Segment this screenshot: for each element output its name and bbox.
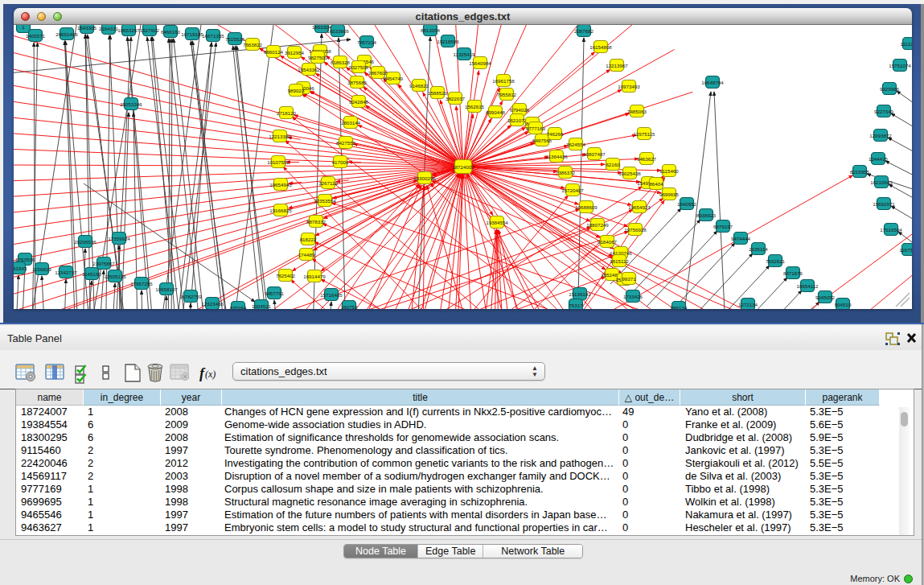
svg-text:7632621: 7632621 — [766, 258, 786, 264]
svg-text:160752: 160752 — [341, 304, 358, 310]
svg-text:9242848: 9242848 — [349, 99, 369, 105]
svg-text:9474444: 9474444 — [731, 236, 751, 241]
svg-text:8660124: 8660124 — [264, 49, 284, 55]
svg-text:23975867: 23975867 — [92, 261, 115, 266]
svg-text:2087682: 2087682 — [574, 28, 594, 34]
svg-text:2935114: 2935114 — [749, 246, 768, 252]
svg-text:12353554: 12353554 — [314, 198, 336, 204]
svg-text:19654943: 19654943 — [269, 182, 292, 187]
svg-text:17359924: 17359924 — [108, 236, 130, 241]
svg-text:2164331: 2164331 — [99, 26, 119, 31]
svg-text:19654923: 19654923 — [628, 204, 651, 210]
svg-text:9827500: 9827500 — [308, 55, 328, 60]
svg-text:15751074: 15751074 — [889, 63, 911, 68]
svg-text:746266: 746266 — [547, 131, 564, 137]
svg-text:15692971: 15692971 — [873, 201, 895, 207]
svg-text:1815112: 1815112 — [610, 258, 629, 264]
svg-text:16033809: 16033809 — [326, 28, 349, 34]
svg-text:10719185: 10719185 — [181, 31, 203, 37]
svg-text:10653267: 10653267 — [117, 27, 140, 33]
svg-text:8878332: 8878332 — [306, 219, 326, 225]
svg-text:6879197: 6879197 — [713, 224, 733, 229]
svg-text:17016504: 17016504 — [880, 227, 902, 233]
svg-text:10025438: 10025438 — [618, 171, 641, 176]
svg-text:989023: 989023 — [288, 88, 305, 93]
svg-text:1244415: 1244415 — [869, 156, 889, 162]
svg-text:16210643: 16210643 — [870, 179, 893, 185]
svg-text:19218586: 19218586 — [437, 39, 459, 44]
svg-text:1588520: 1588520 — [428, 90, 448, 96]
svg-text:8215955: 8215955 — [850, 169, 870, 175]
svg-text:9699695: 9699695 — [659, 192, 680, 197]
svg-text:1405571: 1405571 — [26, 33, 46, 39]
svg-text:1640952: 1640952 — [677, 201, 697, 207]
svg-text:174489: 174489 — [298, 252, 315, 257]
svg-text:1621072: 1621072 — [507, 117, 528, 123]
svg-text:21364436: 21364436 — [545, 154, 568, 159]
svg-text:20206536: 20206536 — [74, 239, 97, 245]
svg-text:7625402: 7625402 — [276, 273, 296, 278]
svg-text:12975115: 12975115 — [633, 131, 655, 137]
svg-text:7386372: 7386372 — [556, 170, 576, 175]
svg-text:12213967: 12213967 — [606, 63, 628, 68]
svg-text:19166825: 19166825 — [269, 208, 292, 213]
svg-text:10973493: 10973493 — [618, 84, 640, 89]
svg-text:18807249: 18807249 — [586, 222, 609, 228]
svg-text:15640984: 15640984 — [469, 60, 491, 66]
svg-text:10654112: 10654112 — [796, 283, 819, 289]
svg-text:3624554: 3624554 — [566, 142, 586, 147]
svg-text:1004521: 1004521 — [252, 303, 272, 309]
svg-text:3822037: 3822037 — [446, 96, 466, 101]
svg-text:10807487: 10807487 — [583, 151, 606, 157]
svg-text:17957255: 17957255 — [130, 281, 153, 286]
svg-text:391547: 391547 — [14, 266, 27, 271]
svg-text:12505135: 12505135 — [104, 274, 126, 279]
svg-text:7485063: 7485063 — [627, 109, 647, 114]
svg-text:18724007: 18724007 — [452, 164, 474, 170]
svg-text:3912954: 3912954 — [285, 50, 305, 56]
svg-text:8186328: 8186328 — [331, 60, 351, 65]
svg-text:6794028: 6794028 — [510, 107, 530, 113]
svg-text:1733426: 1733426 — [623, 294, 643, 299]
svg-text:86404: 86404 — [649, 181, 663, 187]
svg-text:12213389: 12213389 — [269, 134, 291, 139]
svg-text:18300295: 18300295 — [413, 175, 436, 181]
svg-text:11325419: 11325419 — [453, 51, 475, 57]
svg-text:1112287: 1112287 — [900, 41, 912, 47]
svg-text:15720407: 15720407 — [561, 187, 584, 193]
svg-text:1783506: 1783506 — [15, 257, 35, 262]
svg-text:8938923: 8938923 — [696, 212, 717, 218]
svg-text:12323466: 12323466 — [201, 301, 224, 307]
svg-text:9227349: 9227349 — [874, 109, 894, 114]
svg-text:19384554: 19384554 — [486, 220, 508, 225]
svg-text:12342737: 12342737 — [55, 270, 77, 275]
svg-text:12093872: 12093872 — [869, 133, 892, 138]
svg-text:9777169: 9777169 — [526, 126, 546, 131]
svg-text:6466160: 6466160 — [161, 29, 181, 35]
svg-text:20691406: 20691406 — [55, 31, 78, 37]
svg-text:2718120: 2718120 — [277, 110, 297, 116]
svg-text:1145190: 1145190 — [82, 271, 101, 277]
svg-text:1562615: 1562615 — [465, 104, 485, 109]
svg-text:16671355: 16671355 — [202, 33, 224, 39]
svg-text:10107552: 10107552 — [267, 159, 290, 165]
svg-text:16154808: 16154808 — [589, 44, 612, 50]
svg-text:9146821: 9146821 — [409, 83, 429, 89]
svg-text:886134: 886134 — [671, 305, 688, 310]
svg-text:7515526: 7515526 — [225, 36, 245, 42]
svg-text:10958107: 10958107 — [155, 286, 178, 292]
svg-text:8990448: 8990448 — [486, 109, 506, 115]
svg-text:818222: 818222 — [300, 237, 317, 242]
svg-text:9245052: 9245052 — [815, 295, 836, 300]
svg-text:7857224: 7857224 — [357, 39, 377, 45]
svg-text:15136141: 15136141 — [569, 291, 591, 297]
svg-text:2867608: 2867608 — [368, 70, 388, 76]
svg-text:10688609: 10688609 — [575, 204, 598, 210]
svg-text:3875685: 3875685 — [347, 80, 368, 85]
svg-text:99371: 99371 — [622, 276, 636, 282]
svg-text:2803144: 2803144 — [341, 120, 361, 126]
svg-text:9329966: 9329966 — [880, 86, 900, 92]
svg-text:19756928: 19756928 — [624, 227, 647, 233]
svg-text:7663822: 7663822 — [243, 42, 263, 47]
svg-text:16914479: 16914479 — [303, 274, 326, 279]
